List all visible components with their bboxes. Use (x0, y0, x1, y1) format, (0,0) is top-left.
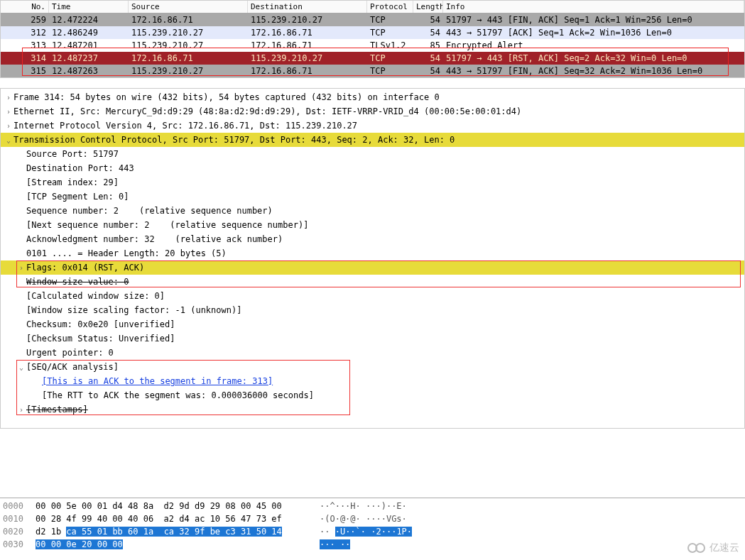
cell-dst: 115.239.210.27 (248, 53, 367, 64)
cell-len: 85 (413, 40, 443, 51)
packet-list-header: No. Time Source Destination Protocol Len… (1, 1, 744, 13)
col-len[interactable]: Length (413, 1, 443, 13)
cell-proto: TCP (367, 27, 413, 38)
tree-urg[interactable]: Urgent pointer: 0 (1, 346, 744, 360)
tree-ckstat[interactable]: [Checksum Status: Unverified] (1, 331, 744, 346)
cell-info: 443 → 51797 [ACK] Seq=1 Ack=2 Win=1036 L… (443, 27, 744, 38)
col-src[interactable]: Source (129, 1, 248, 13)
tree-win[interactable]: Window size value: 0 (1, 275, 744, 289)
col-proto[interactable]: Protocol (367, 1, 413, 13)
hex-ascii: ·(O·@·@· ····VGs· (320, 514, 447, 527)
hex-bytes[interactable]: 00 00 0e 20 00 00 (36, 539, 320, 552)
cell-proto: TCP (367, 53, 413, 64)
tree-ackto[interactable]: [This is an ACK to the segment in frame:… (1, 374, 744, 388)
hex-row[interactable]: 0010 00 28 4f 99 40 00 40 06 a2 d4 ac 10… (3, 514, 742, 527)
tree-rtt[interactable]: [The RTT to ACK the segment was: 0.00003… (1, 388, 744, 402)
cell-src: 172.16.86.71 (129, 53, 248, 64)
cell-no: 314 (1, 53, 49, 64)
cell-dst: 172.16.86.71 (248, 65, 367, 77)
hex-selected[interactable]: 00 00 0e 20 00 00 (36, 539, 123, 549)
cell-time: 12.486249 (49, 27, 129, 38)
tree-hlen[interactable]: 0101 .... = Header Length: 20 bytes (5) (1, 246, 744, 260)
hex-bytes[interactable]: 00 00 5e 00 01 d4 48 8a d2 9d d9 29 08 0… (36, 501, 320, 514)
cell-info: 51797 → 443 [FIN, ACK] Seq=1 Ack=1 Win=2… (443, 14, 744, 26)
hex-ascii: ··· ·· (320, 539, 447, 552)
packet-row[interactable]: 31212.486249115.239.210.27172.16.86.71TC… (1, 26, 744, 39)
cell-time: 12.487201 (49, 40, 129, 51)
tree-seqack[interactable]: ⌄[SEQ/ACK analysis] (1, 360, 744, 374)
hex-bytes[interactable]: d2 1b ca 55 01 bb 60 1a ca 32 9f be c3 3… (36, 527, 320, 539)
packet-row[interactable]: 31512.487263115.239.210.27172.16.86.71TC… (1, 65, 744, 77)
packet-row[interactable]: 25912.472224172.16.86.71115.239.210.27TC… (1, 13, 744, 26)
hex-offset: 0030 (3, 539, 36, 552)
packet-row[interactable]: 31412.487237172.16.86.71115.239.210.27TC… (1, 52, 744, 65)
packet-row[interactable]: 31312.487201115.239.210.27172.16.86.71TL… (1, 39, 744, 52)
cell-no: 312 (1, 27, 49, 38)
tree-eth[interactable]: ›Ethernet II, Src: MercuryC_9d:d9:29 (48… (1, 104, 744, 119)
tree-seq[interactable]: Sequence number: 2 (relative sequence nu… (1, 204, 744, 218)
tree-cksum[interactable]: Checksum: 0x0e20 [unverified] (1, 317, 744, 331)
cell-no: 313 (1, 40, 49, 51)
hex-pane[interactable]: 0000 00 00 5e 00 01 d4 48 8a d2 9d d9 29… (0, 498, 745, 560)
cell-len: 54 (413, 14, 443, 26)
cell-src: 115.239.210.27 (129, 40, 248, 51)
col-no[interactable]: No. (1, 1, 49, 13)
hex-offset: 0010 (3, 514, 36, 527)
tree-dstport[interactable]: Destination Port: 443 (1, 161, 744, 175)
cell-len: 54 (413, 65, 443, 77)
hex-ascii: ·· ·U··`· ·2···1P· (320, 527, 447, 539)
watermark: 亿速云 (687, 542, 739, 554)
cell-proto: TLSv1.2 (367, 40, 413, 51)
hex-offset: 0000 (3, 501, 36, 514)
tree-frame[interactable]: ›Frame 314: 54 bytes on wire (432 bits),… (1, 90, 744, 104)
hex-offset: 0020 (3, 527, 36, 539)
col-dst[interactable]: Destination (248, 1, 367, 13)
packet-list[interactable]: No. Time Source Destination Protocol Len… (0, 0, 745, 78)
tree-flags[interactable]: ›Flags: 0x014 (RST, ACK) (1, 260, 744, 275)
cell-proto: TCP (367, 14, 413, 26)
cell-dst: 115.239.210.27 (248, 14, 367, 26)
tree-ip[interactable]: ›Internet Protocol Version 4, Src: 172.1… (1, 119, 744, 133)
tree-tcp[interactable]: ⌄Transmission Control Protocol, Src Port… (1, 133, 744, 147)
tree-seglen[interactable]: [TCP Segment Len: 0] (1, 190, 744, 204)
cell-len: 54 (413, 53, 443, 64)
cell-info: 443 → 51797 [FIN, ACK] Seq=32 Ack=2 Win=… (443, 65, 744, 77)
cell-dst: 172.16.86.71 (248, 27, 367, 38)
packet-details[interactable]: ›Frame 314: 54 bytes on wire (432 bits),… (0, 88, 745, 429)
col-info[interactable]: Info (443, 1, 744, 13)
tree-calcwin[interactable]: [Calculated window size: 0] (1, 289, 744, 303)
tree-scale[interactable]: [Window size scaling factor: -1 (unknown… (1, 303, 744, 317)
cell-info: Encrypted Alert (443, 40, 744, 51)
cell-time: 12.487237 (49, 53, 129, 64)
hex-selected[interactable]: ca 55 01 bb 60 1a ca 32 9f be c3 31 50 1… (66, 527, 281, 537)
hex-row[interactable]: 0000 00 00 5e 00 01 d4 48 8a d2 9d d9 29… (3, 501, 742, 514)
hex-bytes[interactable]: 00 28 4f 99 40 00 40 06 a2 d4 ac 10 56 4… (36, 514, 320, 527)
cell-no: 315 (1, 65, 49, 77)
tree-ts[interactable]: ›[Timestamps] (1, 402, 744, 417)
cell-src: 115.239.210.27 (129, 65, 248, 77)
hex-row[interactable]: 0020 d2 1b ca 55 01 bb 60 1a ca 32 9f be… (3, 527, 742, 539)
tree-ack[interactable]: Acknowledgment number: 32 (relative ack … (1, 232, 744, 246)
cell-src: 172.16.86.71 (129, 14, 248, 26)
col-time[interactable]: Time (49, 1, 129, 13)
tree-nseq[interactable]: [Next sequence number: 2 (relative seque… (1, 218, 744, 232)
hex-row[interactable]: 0030 00 00 0e 20 00 00 ··· ·· (3, 539, 742, 552)
cell-time: 12.487263 (49, 65, 129, 77)
cell-time: 12.472224 (49, 14, 129, 26)
hex-ascii: ··^···H· ···)··E· (320, 501, 447, 514)
tree-srcport[interactable]: Source Port: 51797 (1, 147, 744, 161)
cell-info: 51797 → 443 [RST, ACK] Seq=2 Ack=32 Win=… (443, 53, 744, 64)
cell-no: 259 (1, 14, 49, 26)
cell-len: 54 (413, 27, 443, 38)
cell-proto: TCP (367, 65, 413, 77)
cell-src: 115.239.210.27 (129, 27, 248, 38)
cell-dst: 172.16.86.71 (248, 40, 367, 51)
tree-stream[interactable]: [Stream index: 29] (1, 175, 744, 190)
